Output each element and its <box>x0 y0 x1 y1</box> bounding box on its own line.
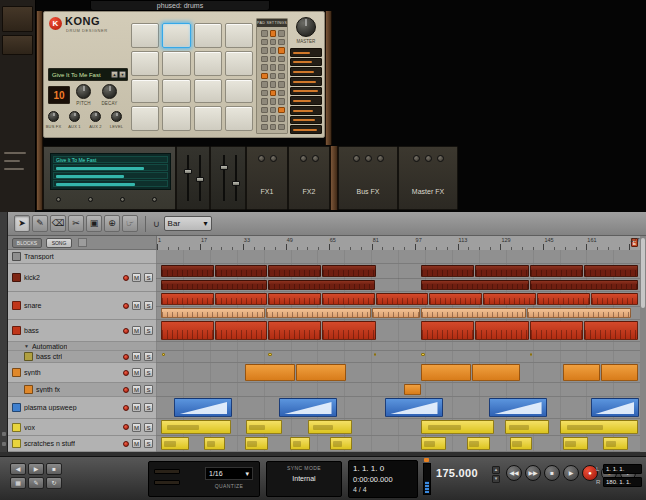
track-row[interactable]: ▼Automation <box>8 342 156 351</box>
clip[interactable] <box>161 280 267 291</box>
clip[interactable] <box>374 353 376 356</box>
fader-handle[interactable] <box>196 177 204 182</box>
pad-setting-button[interactable] <box>261 90 268 97</box>
tempo-down-button[interactable]: ▼ <box>492 475 500 483</box>
pad-setting-button[interactable] <box>261 30 268 37</box>
clip[interactable] <box>215 293 268 305</box>
solo-button[interactable]: S <box>144 439 153 448</box>
track-lane[interactable] <box>156 250 640 264</box>
mini-rewind-button[interactable]: ◀ <box>10 463 26 475</box>
decay-knob[interactable] <box>102 84 117 99</box>
rack-rail-device[interactable] <box>2 35 33 55</box>
pencil-mode-button[interactable]: ✎ <box>28 477 44 489</box>
hand-tool[interactable]: ☞ <box>122 215 138 232</box>
track-lane[interactable] <box>156 436 640 452</box>
clip[interactable] <box>330 437 352 450</box>
loop-left-position[interactable]: 1. 1. 1. <box>603 464 642 474</box>
pad-setting-button[interactable] <box>270 98 277 105</box>
mute-button[interactable]: M <box>132 423 141 432</box>
kong-pad[interactable] <box>194 51 222 76</box>
patch-display[interactable]: Give It To Me Fast ▲ ▼ <box>48 68 128 81</box>
solo-button[interactable]: S <box>144 403 153 412</box>
mute-button[interactable]: M <box>132 403 141 412</box>
vertical-scrollbar[interactable] <box>640 236 646 452</box>
mute-button[interactable]: M <box>132 352 141 361</box>
record-arm-indicator[interactable] <box>123 370 129 376</box>
pad-setting-button[interactable] <box>278 115 285 122</box>
clip[interactable] <box>530 353 532 356</box>
clip[interactable] <box>308 420 352 434</box>
sync-mode-value[interactable]: Internal <box>267 475 341 482</box>
pad-setting-button[interactable] <box>270 115 277 122</box>
track-lane[interactable] <box>156 419 640 436</box>
eraser-tool[interactable]: ⌫ <box>50 215 66 232</box>
clip[interactable] <box>510 437 532 450</box>
record-arm-indicator[interactable] <box>123 354 129 360</box>
clip[interactable] <box>603 437 628 450</box>
play-button[interactable]: ▶ <box>563 465 579 481</box>
clip[interactable] <box>385 398 443 417</box>
kong-pad[interactable] <box>225 106 253 131</box>
track-row[interactable]: synthMS <box>8 363 156 383</box>
clip[interactable] <box>421 308 526 319</box>
pad-setting-button[interactable] <box>261 73 268 80</box>
clip[interactable] <box>563 364 601 381</box>
clip[interactable] <box>560 420 638 434</box>
pad-setting-button[interactable] <box>261 124 268 131</box>
mixer-knob[interactable] <box>152 197 157 202</box>
mini-stop-button[interactable]: ■ <box>46 463 62 475</box>
clip[interactable] <box>162 353 165 356</box>
fx-knob[interactable] <box>258 155 265 162</box>
record-arm-indicator[interactable] <box>123 328 129 334</box>
record-arm-indicator[interactable] <box>123 424 129 430</box>
tempo-display[interactable]: 175.000 <box>436 467 494 479</box>
magnify-tool[interactable]: ⊕ <box>104 215 120 232</box>
clip[interactable] <box>279 398 337 417</box>
clip[interactable] <box>421 265 474 277</box>
record-arm-indicator[interactable] <box>123 303 129 309</box>
solo-button[interactable]: S <box>144 273 153 282</box>
fx2-device[interactable]: FX2 <box>288 146 330 210</box>
stop-button[interactable]: ■ <box>544 465 560 481</box>
pad-setting-button[interactable] <box>278 39 285 46</box>
track-lane[interactable] <box>156 342 640 351</box>
pad-setting-button[interactable] <box>278 56 285 63</box>
pad-setting-button[interactable] <box>261 115 268 122</box>
razor-tool[interactable]: ✂ <box>68 215 84 232</box>
record-arm-indicator[interactable] <box>123 275 129 281</box>
level-knob[interactable] <box>111 111 122 122</box>
clip[interactable] <box>421 364 470 381</box>
mute-button[interactable]: M <box>132 273 141 282</box>
kong-drum-designer-device[interactable]: K KONG DRUM DESIGNER Give It To Me Fast … <box>43 11 325 138</box>
pad-setting-button[interactable] <box>278 64 285 71</box>
blocks-mode-button[interactable]: ▦ <box>10 477 26 489</box>
clip[interactable] <box>563 437 588 450</box>
kong-pad[interactable] <box>162 23 190 48</box>
clip[interactable] <box>322 293 375 305</box>
mixer-knob[interactable] <box>56 197 61 202</box>
kong-pad[interactable] <box>194 106 222 131</box>
clip[interactable] <box>174 398 232 417</box>
quantize-value-dropdown[interactable]: 1/16 ▾ <box>205 467 253 480</box>
clip[interactable] <box>204 437 224 450</box>
track-row[interactable]: Transport <box>8 250 156 264</box>
pointer-tool[interactable]: ➤ <box>14 215 30 232</box>
kong-pad[interactable] <box>225 23 253 48</box>
kong-pad[interactable] <box>225 79 253 104</box>
pad-setting-button[interactable] <box>278 73 285 80</box>
song-view-toggle[interactable]: SONG <box>46 238 72 248</box>
pad-setting-button[interactable] <box>270 39 277 46</box>
fader-handle[interactable] <box>184 169 192 174</box>
clip[interactable] <box>215 321 268 340</box>
drum-slot[interactable] <box>290 106 322 115</box>
scrollbar-thumb[interactable] <box>641 238 645 308</box>
pad-setting-button[interactable] <box>261 81 268 88</box>
drum-slot[interactable] <box>290 125 322 134</box>
clip[interactable] <box>268 321 321 340</box>
clip[interactable] <box>527 308 632 319</box>
kong-pad[interactable] <box>131 79 159 104</box>
kong-pad[interactable] <box>131 106 159 131</box>
clip[interactable] <box>268 353 271 356</box>
clip[interactable] <box>530 265 583 277</box>
loop-mini-button[interactable]: ↻ <box>46 477 62 489</box>
